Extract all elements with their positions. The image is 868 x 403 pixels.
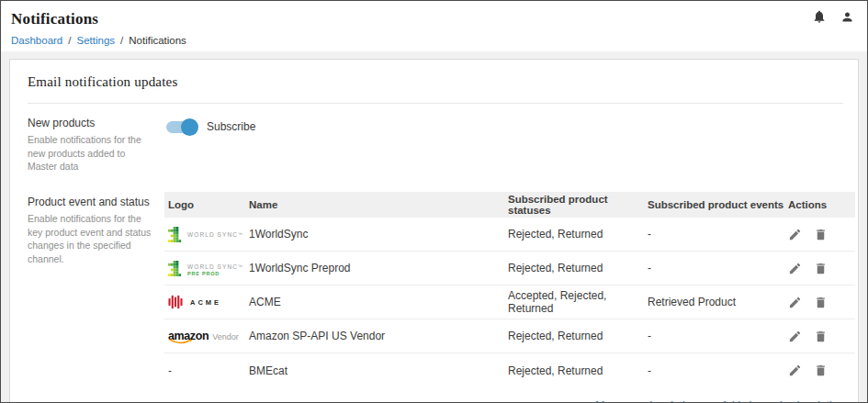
column-header-name: Name [245,199,504,210]
new-products-label-block: New products Enable notifications for th… [28,117,156,174]
product-events-description: Enable notifications for the key product… [28,212,156,266]
name-cell: Amazon SP-API US Vendor [245,330,504,342]
new-products-control: Subscribe [164,117,855,174]
actions-cell [784,330,855,343]
app-window: Notifications Dashboard / Settings / Not… [0,0,868,403]
worldsync-pixel-mark [168,261,184,276]
events-cell: - [644,228,784,241]
breadcrumb: Dashboard / Settings / Notifications [11,35,856,46]
new-products-label: New products [28,117,156,129]
delete-icon[interactable] [814,330,828,343]
logo-cell: WORLD SYNC™PRE PROD [164,261,245,276]
divider [28,103,843,104]
email-notifications-card: Email notification updates New products … [9,59,859,403]
trademark-symbol: ™ [238,263,242,269]
events-cell: Retrieved Product [644,296,784,308]
bell-icon[interactable] [812,9,827,24]
acme-bars-mark [168,294,185,310]
card-title: Email notification updates [28,74,843,90]
amazon-smile-arrow [169,339,193,345]
logo-cell: ACME [164,294,245,310]
preprod-badge: PRE PROD [187,271,242,276]
table-row: amazon Vendor Amazon SP-API U [164,319,855,353]
table-row: ACME ACME Accepted, Rejected, Returned R… [164,285,855,319]
breadcrumb-separator: / [120,35,123,46]
page-header: Notifications Dashboard / Settings / Not… [1,1,867,51]
actions-cell [784,228,855,241]
statuses-cell: Rejected, Returned [504,228,644,241]
column-header-actions: Actions [784,199,855,210]
statuses-cell: Rejected, Returned [504,262,644,274]
statuses-cell: Accepted, Rejected, Returned [504,289,644,315]
subscribe-toggle[interactable] [166,121,197,133]
name-cell: ACME [245,296,504,308]
worldsync-preprod-logo: WORLD SYNC™PRE PROD [168,261,245,276]
product-events-label-block: Product event and status Enable notifica… [28,196,156,403]
delete-icon[interactable] [814,228,828,241]
column-header-statuses: Subscribed product statuses [504,194,644,216]
events-cell: - [644,262,784,274]
new-products-description: Enable notifications for the new product… [28,133,156,174]
no-logo-placeholder: - [168,364,172,377]
subscriptions-table: Logo Name Subscribed product statuses Su… [164,192,855,387]
name-cell: 1WorldSync [245,228,504,241]
amazon-logo-text: amazon [168,330,209,342]
acme-logo-text: ACME [190,298,221,307]
column-header-events: Subscribed product events [644,199,784,210]
page-body: Email notification updates New products … [1,51,867,403]
toggle-knob [181,118,198,136]
breadcrumb-separator: / [68,35,71,46]
edit-icon[interactable] [788,296,802,309]
subscribe-toggle-label: Subscribe [207,120,255,133]
delete-icon[interactable] [814,296,828,309]
breadcrumb-settings[interactable]: Settings [76,35,115,46]
table-row: WORLD SYNC™ 1WorldSync Rejected, Returne… [164,218,855,252]
table-footer-links: Manage subscriptions Add channel subscri… [164,399,855,403]
page-title: Notifications [11,10,856,28]
column-header-logo: Logo [164,199,245,210]
name-cell: BMEcat [245,364,504,377]
breadcrumb-current: Notifications [129,35,186,46]
settings-sections: New products Enable notifications for th… [28,117,843,403]
header-actions [812,9,854,24]
edit-icon[interactable] [788,262,802,275]
worldsync-logo-text: WORLD SYNC™ [187,227,242,238]
table-row: WORLD SYNC™PRE PROD 1WorldSync Preprod R… [164,252,855,285]
events-cell: - [644,330,784,342]
edit-icon[interactable] [788,364,802,377]
edit-icon[interactable] [788,330,802,343]
amazon-vendor-label: Vendor [212,330,239,341]
logo-cell: WORLD SYNC™ [164,227,245,242]
actions-cell [784,262,855,275]
worldsync-preprod-logo-text: WORLD SYNC™PRE PROD [187,261,242,276]
table-header-row: Logo Name Subscribed product statuses Su… [164,192,855,218]
product-events-label: Product event and status [28,196,156,208]
acme-logo: ACME [168,294,245,310]
actions-cell [784,364,855,377]
edit-icon[interactable] [788,228,802,241]
user-icon[interactable] [840,10,854,24]
statuses-cell: Rejected, Returned [504,330,644,342]
statuses-cell: Rejected, Returned [504,364,644,377]
subscribe-toggle-row: Subscribe [164,118,855,136]
table-row: - BMEcat Rejected, Returned - [164,353,855,387]
delete-icon[interactable] [814,364,828,377]
logo-cell: - [164,364,245,377]
worldsync-logo: WORLD SYNC™ [168,227,245,242]
worldsync-pixel-mark [168,227,184,242]
manage-subscriptions-link[interactable]: Manage subscriptions [595,399,703,403]
breadcrumb-dashboard[interactable]: Dashboard [11,35,62,46]
logo-cell: amazon Vendor [164,330,245,342]
events-cell: - [644,364,784,377]
add-channel-subscription-link[interactable]: Add channel subscription [721,399,844,403]
actions-cell [784,296,855,309]
subscriptions-table-wrap: Logo Name Subscribed product statuses Su… [164,174,855,403]
amazon-logo: amazon Vendor [168,330,245,342]
name-cell: 1WorldSync Preprod [245,262,504,274]
trademark-symbol: ™ [238,231,242,237]
delete-icon[interactable] [814,262,828,275]
